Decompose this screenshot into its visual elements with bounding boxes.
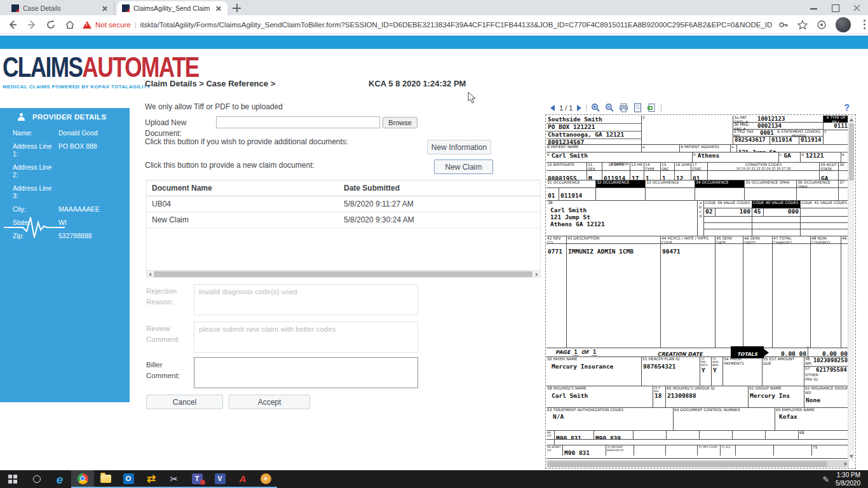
- new-claim-button[interactable]: New Claim: [434, 159, 493, 174]
- employer-name: Kofax: [778, 414, 849, 421]
- tab-send-claim-to-biller[interactable]: ClaimsAgility_Send Claim to Biller: [117, 1, 227, 15]
- forward-icon[interactable]: [27, 20, 37, 30]
- viewer-toolbar: 1 / 1 ?: [545, 102, 856, 114]
- claimsautomate-logo: CLAIMSAUTOMATE MEDICAL CLAIMS POWERED BY…: [3, 52, 142, 90]
- accept-button[interactable]: Accept: [229, 395, 310, 409]
- scrollbar-thumb[interactable]: [154, 271, 532, 277]
- kofax-favicon-icon: [122, 4, 130, 12]
- value39-code: 02: [704, 208, 715, 216]
- start-button[interactable]: [0, 470, 25, 488]
- teams-notification-badge: [200, 480, 205, 485]
- print-icon[interactable]: [619, 103, 628, 112]
- taskbar-teams[interactable]: T: [186, 470, 208, 488]
- export-icon[interactable]: [647, 103, 656, 112]
- profile-avatar[interactable]: [836, 17, 851, 32]
- taskbar-acrobat[interactable]: A: [231, 470, 254, 488]
- viewer-vertical-scrollbar[interactable]: [848, 116, 855, 461]
- scrollbar-thumb[interactable]: [849, 123, 854, 180]
- scroll-right-icon[interactable]: [536, 273, 538, 276]
- browse-button[interactable]: Browse: [383, 117, 417, 128]
- col-document-name: Document Name: [147, 184, 344, 193]
- med-rec-value: 0002134: [756, 123, 783, 129]
- windows-logo-icon: [8, 475, 17, 484]
- logo-tagline: MEDICAL CLAIMS POWERED BY KOFAX TOTALAGI…: [3, 84, 142, 90]
- new-tab-button[interactable]: [233, 4, 241, 12]
- scroll-right-icon[interactable]: [844, 462, 847, 466]
- logo-automate: AUTOMATE: [82, 51, 198, 83]
- health-plan-id: 987654321: [642, 363, 700, 370]
- desktop: Case Details ClaimsAgility_Send Claim to…: [0, 0, 868, 488]
- omnibox[interactable]: Not secure | itskta/TotalAgility/Forms/C…: [83, 18, 772, 32]
- totals-value-2: 0.00 00: [821, 350, 849, 357]
- browser-menu-icon[interactable]: [864, 24, 865, 25]
- rel-info: Y: [700, 367, 711, 374]
- taskbar-citrix[interactable]: ✳: [254, 470, 277, 488]
- taskbar-snipping-tool[interactable]: ✂: [163, 470, 186, 488]
- password-key-icon[interactable]: [778, 20, 789, 30]
- acrobat-icon: A: [240, 474, 247, 484]
- viewer-document-area: Southside Smith PO BOX 121221 Chattanoog…: [545, 114, 856, 469]
- tab-close-icon[interactable]: [101, 4, 109, 12]
- taskbar-clock[interactable]: 1:30 PM 5/8/2020: [836, 471, 860, 487]
- additional-docs-text: Click this button if you wish to provide…: [145, 137, 348, 146]
- back-icon[interactable]: [8, 20, 18, 30]
- bookmark-star-icon[interactable]: [797, 20, 808, 30]
- home-icon[interactable]: [65, 20, 75, 30]
- kofax-totalagility-icon: ⇄: [147, 473, 156, 484]
- admission-date: 011914: [602, 175, 627, 180]
- patient-name-value: Carl Smith: [550, 152, 589, 162]
- upload-note: We only allow Tiff or PDF to be uploaded: [145, 102, 283, 111]
- table-horizontal-scrollbar[interactable]: [146, 270, 541, 278]
- tab-close-icon[interactable]: [215, 4, 222, 12]
- chrome-icon: [78, 473, 88, 484]
- scrollbar-thumb[interactable]: [548, 461, 827, 467]
- help-icon[interactable]: ?: [844, 102, 850, 112]
- scroll-up-icon[interactable]: [850, 118, 853, 121]
- table-header-row: Document Name Date Submitted: [147, 180, 540, 196]
- value40-amount: 000: [764, 208, 800, 216]
- scroll-down-icon[interactable]: [850, 455, 853, 458]
- taskbar-internet-explorer[interactable]: e: [48, 470, 71, 488]
- taskbar-file-explorer[interactable]: [94, 470, 117, 488]
- biller-comment-input[interactable]: [194, 357, 418, 388]
- breadcrumb: Claim Details > Case Reference >: [145, 79, 275, 88]
- fed-tax-value: 882543617: [733, 137, 770, 144]
- logo-claims: CLAIMS: [3, 51, 82, 83]
- close-button[interactable]: [846, 0, 868, 15]
- page-number: 1: [573, 349, 578, 356]
- previous-page-icon[interactable]: [550, 105, 555, 111]
- minimize-button[interactable]: [803, 0, 825, 15]
- viewer-horizontal-scrollbar[interactable]: [546, 460, 849, 468]
- zoom-out-icon[interactable]: [605, 103, 614, 112]
- table-row[interactable]: New Claim 5/8/2020 9:30:24 AM: [147, 212, 540, 228]
- table-row[interactable]: UB04 5/8/2020 9:11:27 AM: [147, 196, 540, 212]
- col-date-submitted: Date Submitted: [344, 184, 400, 193]
- hcpcs-code: 90471: [661, 248, 682, 254]
- provider-field-address2: Address Line 2:: [0, 160, 130, 181]
- zoom-in-icon[interactable]: [591, 103, 600, 112]
- patient-state: GA: [782, 152, 792, 162]
- next-page-icon[interactable]: [577, 105, 581, 111]
- page-layout-icon[interactable]: [633, 103, 642, 112]
- extension-icon[interactable]: [817, 20, 827, 30]
- tab-case-details[interactable]: Case Details: [6, 1, 114, 15]
- payer-name: Mercury Insurance: [550, 363, 641, 370]
- npi-value: 1023098258: [812, 357, 849, 366]
- taskbar-kofax-totalagility[interactable]: ⇄: [140, 470, 163, 488]
- new-information-button[interactable]: New Information: [427, 140, 491, 154]
- pen-tray-icon[interactable]: ✎: [822, 475, 829, 484]
- cancel-button[interactable]: Cancel: [146, 395, 223, 409]
- heartbeat-icon: [4, 215, 66, 240]
- page-top-banner: [0, 36, 868, 49]
- scroll-left-icon[interactable]: [149, 273, 151, 276]
- internet-explorer-icon: e: [57, 473, 64, 485]
- taskbar-visio[interactable]: V: [208, 470, 231, 488]
- maximize-button[interactable]: [825, 0, 846, 15]
- cortana-search-button[interactable]: [25, 470, 48, 488]
- upload-new-document-input[interactable]: [216, 116, 380, 128]
- taskbar-outlook[interactable]: O: [117, 470, 140, 488]
- rejection-reason-label: Rejection Reason:: [146, 286, 192, 308]
- refresh-icon[interactable]: [46, 20, 56, 30]
- totals-value-1: 0.00 00: [780, 350, 808, 357]
- taskbar-chrome-active[interactable]: [71, 470, 94, 488]
